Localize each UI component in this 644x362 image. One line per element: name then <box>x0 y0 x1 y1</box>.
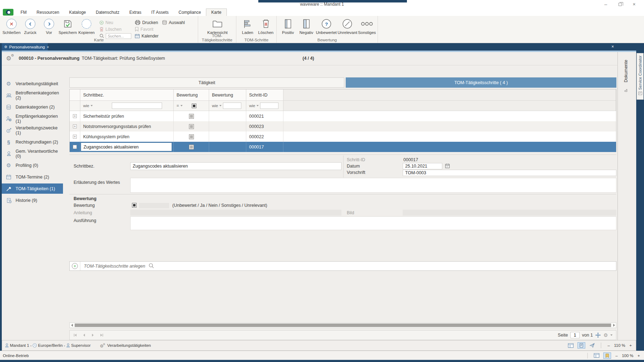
bewertung-checkbox[interactable] <box>189 145 194 150</box>
service-coordinator-tab[interactable]: Service Coordinator <box>637 53 644 100</box>
scrollbar-thumb[interactable] <box>75 323 611 327</box>
neu-button[interactable]: Neu <box>99 19 131 26</box>
sidebar-item-empfaengerkategorien[interactable]: Empfängerkategorien (1) <box>2 113 63 124</box>
column-header-bewertung2[interactable]: Bewertung <box>209 89 246 101</box>
sidebar-item-verarbeitungstaetigkeit[interactable]: ⚙ Verarbeitungstätigkeit <box>2 78 63 89</box>
zurueck-button[interactable]: Zurück <box>21 17 40 35</box>
filter-op[interactable]: wie <box>249 104 255 108</box>
menu-tab-ressourcen[interactable]: Ressourcen <box>31 8 64 16</box>
vor-button[interactable]: Vor <box>40 17 58 35</box>
loeschen-small-button[interactable]: Löschen <box>99 26 131 33</box>
filter-input-bewertung[interactable] <box>223 103 241 109</box>
tab-close-icon[interactable]: × <box>47 45 49 49</box>
prev-page-icon[interactable] <box>82 333 86 337</box>
row-expand-icon[interactable] <box>73 124 77 128</box>
doc-tab-personalverwaltung[interactable]: ⚙ Personalverwaltung × <box>2 43 48 51</box>
filter-op[interactable]: = <box>177 104 179 108</box>
bewertung-value-field[interactable] <box>139 203 169 208</box>
schrittbez-input[interactable] <box>130 162 341 170</box>
document-view-button[interactable] <box>577 342 585 349</box>
panel-close-icon[interactable]: × <box>611 44 614 49</box>
minimize-button[interactable]: – <box>599 0 613 8</box>
filter-op[interactable]: wie <box>83 104 89 108</box>
row-expand-icon[interactable] <box>73 135 77 139</box>
bookmark-view-button[interactable] <box>603 352 611 359</box>
tab-taetigkeit[interactable]: Tätigkeit <box>69 77 344 88</box>
bewertung-checkbox[interactable] <box>189 124 194 129</box>
table-row-selected[interactable]: Zugangscodes aktualisieren 000017 <box>70 142 616 152</box>
pager-settings-gear-icon[interactable]: ⚙ <box>603 333 608 338</box>
layout-view-button[interactable] <box>593 352 600 359</box>
page-number-input[interactable] <box>570 332 580 338</box>
sidebar-item-profiling[interactable]: ⚙ Profiling (0) <box>2 160 63 170</box>
tab-tom-taetigkeitsschritte[interactable]: TOM-Tätigkeitsschritte ( 4 ) <box>346 77 616 88</box>
chevron-down-icon[interactable] <box>219 105 222 106</box>
menu-tab-extras[interactable]: Extras <box>124 8 146 16</box>
speichern-button[interactable]: Speichern <box>58 17 77 35</box>
date-picker-icon[interactable] <box>445 163 450 169</box>
filter-op[interactable]: wie <box>212 104 218 108</box>
horizontal-scrollbar[interactable] <box>69 322 616 328</box>
layout-view-button[interactable] <box>567 342 575 349</box>
scroll-right-arrow[interactable] <box>612 323 616 328</box>
pin-icon[interactable] <box>624 89 628 94</box>
sidebar-item-historie[interactable]: Historie (9) <box>2 195 63 205</box>
column-header-schrittbez[interactable]: Schrittbez. <box>80 89 174 101</box>
row-collapse-icon[interactable] <box>73 145 77 149</box>
sidebar-item-rechtsgrundlagen[interactable]: § Rechtsgrundlagen (2) <box>2 137 63 147</box>
add-step-button[interactable]: + <box>70 262 80 270</box>
zoom-out-button[interactable]: – <box>614 354 619 358</box>
schliessen-button[interactable]: ✕ Schließen <box>2 17 21 35</box>
sidebar-item-tom-taetigkeiten[interactable]: TOM-Tätigkeiten (1) <box>2 183 63 194</box>
menu-tab-compliance[interactable]: Compliance <box>174 8 206 16</box>
unrelevant-button[interactable]: Unrelevant <box>337 17 358 35</box>
menu-tab-datenschutz[interactable]: Datenschutz <box>91 8 125 16</box>
zoom-in-button[interactable]: + <box>636 354 641 358</box>
loeschen-schritte-button[interactable]: Löschen <box>257 17 275 35</box>
menu-tab-karte[interactable]: Karte <box>206 8 227 16</box>
next-page-icon[interactable] <box>91 333 95 337</box>
menu-tab-fm[interactable]: FM <box>16 8 31 16</box>
search-icon[interactable] <box>149 263 154 269</box>
bewertung-checkbox[interactable] <box>189 114 194 119</box>
send-view-button[interactable] <box>588 342 596 349</box>
zoom-in-button[interactable]: + <box>628 343 633 348</box>
chevron-down-icon[interactable] <box>180 105 183 106</box>
chevron-down-icon[interactable] <box>610 334 613 336</box>
erlaeuterung-field[interactable] <box>130 178 616 193</box>
unbewertet-button[interactable]: ? Unbewertet <box>316 17 337 35</box>
row-expand-icon[interactable] <box>73 114 77 118</box>
auswahl-button[interactable]: Auswahl <box>162 19 185 26</box>
sidebar-item-gem-verantwortliche[interactable]: Gem. Verantwortliche (0) <box>2 148 63 159</box>
column-header-bewertung1[interactable]: Bewertung <box>174 89 209 101</box>
dokumente-panel-tab[interactable]: Dokumente <box>617 52 636 340</box>
table-row[interactable]: Notstromversorgungsstatus prüfen 000023 <box>70 121 616 132</box>
add-step-row[interactable]: + TOM-Tätigkeitsschritte anlegen <box>69 261 616 271</box>
sonstiges-button[interactable]: Sonstiges <box>358 17 376 35</box>
bewertung-checkbox[interactable] <box>189 134 194 139</box>
fit-columns-icon[interactable] <box>595 332 601 338</box>
kopieren-button[interactable]: Kopieren <box>77 17 96 35</box>
column-header-schritt-id[interactable]: Schritt-ID <box>246 89 283 101</box>
sidebar-item-datenkategorien[interactable]: Datenkategorien (2) <box>2 102 63 112</box>
menu-tab-it-assets[interactable]: IT Assets <box>146 8 173 16</box>
sidebar-item-betroffenenkategorien[interactable]: Betroffenenkategorien (2) <box>2 90 63 100</box>
zoom-out-button[interactable]: – <box>606 343 611 348</box>
favorit-button[interactable]: Favorit <box>135 26 159 33</box>
restore-button[interactable] <box>613 0 627 8</box>
vorschrift-input[interactable] <box>403 170 616 176</box>
scroll-left-arrow[interactable] <box>70 323 74 328</box>
negativ-button[interactable]: Negativ <box>297 17 316 35</box>
bewertung-checkbox[interactable] <box>132 203 137 208</box>
positiv-button[interactable]: Positiv <box>279 17 297 35</box>
table-row[interactable]: Sicherheitstür prüfen 000021 <box>70 111 616 121</box>
table-row[interactable]: Kühlungssystem prüfen 000022 <box>70 132 616 142</box>
last-page-icon[interactable] <box>100 333 104 337</box>
filter-checkbox[interactable] <box>192 104 196 108</box>
drucken-button[interactable]: Drucken <box>135 19 159 26</box>
menu-tab-kataloge[interactable]: Kataloge <box>64 8 91 16</box>
sidebar-item-verarbeitungszwecke[interactable]: Verarbeitungszwecke (1) <box>2 125 63 135</box>
filter-input-schrittbez[interactable] <box>112 103 162 109</box>
sidebar-item-tom-termine[interactable]: TOM-Termine (2) <box>2 172 63 182</box>
filter-input-schritt-id[interactable] <box>260 103 278 109</box>
